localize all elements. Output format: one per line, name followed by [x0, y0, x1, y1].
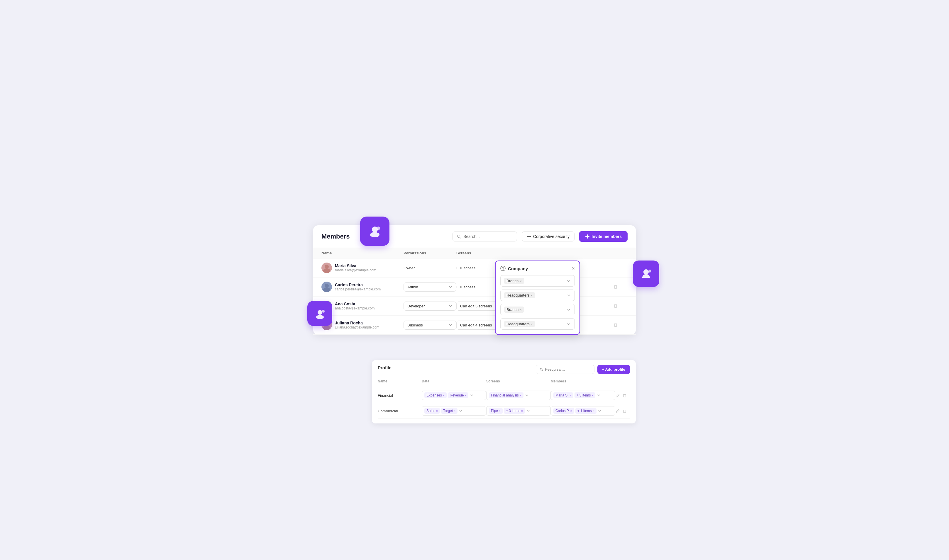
app-icon-top — [360, 217, 389, 246]
chevron-down-icon — [566, 322, 571, 326]
search-icon — [540, 368, 543, 372]
branch-tag-1: Branch × — [504, 278, 524, 284]
profile-col-screens: Screens — [486, 379, 551, 383]
branch-tag-2: Branch × — [504, 306, 524, 313]
edit-button[interactable] — [615, 408, 620, 414]
svg-rect-22 — [614, 305, 617, 308]
edit-button[interactable] — [615, 393, 620, 398]
svg-point-34 — [501, 266, 505, 271]
tag-plus-3-items: + 3 items × — [574, 392, 596, 398]
profile-col-members: Members — [551, 379, 615, 383]
user-email: carlos.pereira@example.com — [335, 287, 381, 291]
profile-search-input[interactable] — [545, 367, 590, 372]
user-name: Maria Silva — [335, 263, 376, 268]
svg-line-31 — [542, 370, 543, 371]
col-actions — [613, 251, 628, 255]
chevron-down-icon — [459, 409, 463, 413]
svg-point-4 — [318, 310, 322, 315]
tag-plus-1-items: + 1 items × — [576, 408, 597, 414]
plus-icon — [527, 234, 531, 239]
tag-maria-s: Maria S. × — [553, 392, 573, 398]
col-name: Name — [321, 251, 404, 255]
profile-section-title: Profile — [378, 365, 392, 370]
profile-row-financial: Financial Expenses × Revenue × Financial… — [378, 388, 630, 403]
tag-expenses: Expenses × — [424, 392, 447, 398]
company-icon — [500, 266, 506, 271]
profile-col-name: Name — [378, 379, 422, 383]
branch-1-close[interactable]: × — [520, 279, 522, 283]
svg-point-15 — [325, 284, 329, 288]
table-row: Carlos Pereira carlos.pereira@example.co… — [313, 277, 636, 297]
search-box[interactable] — [452, 231, 517, 242]
chevron-down-icon — [526, 409, 530, 413]
tag-revenue: Revenue × — [448, 392, 469, 398]
svg-point-16 — [323, 288, 330, 292]
company-item-branch-1[interactable]: Branch × — [500, 275, 575, 286]
company-item-hq-1[interactable]: Headquarters × — [500, 289, 575, 301]
company-item-hq-2[interactable]: Headquarters × — [500, 318, 575, 330]
user-info: Juliana Rocha juliana.rocha@example.com — [321, 320, 404, 330]
app-icon-bottom — [307, 301, 332, 326]
delete-button[interactable] — [613, 303, 628, 309]
user-info: Carlos Pereira carlos.pereira@example.co… — [321, 282, 404, 292]
profile-row-name: Financial — [378, 393, 422, 398]
profile-search-box[interactable] — [536, 365, 594, 374]
chevron-down-icon — [598, 409, 602, 413]
chevron-down-icon — [566, 279, 571, 283]
add-profile-button[interactable]: + Add profile — [597, 365, 630, 374]
chevron-down-icon — [566, 293, 571, 298]
tag-plus-3-screen-items: + 3 items × — [504, 408, 525, 414]
svg-point-13 — [325, 265, 329, 269]
svg-point-2 — [377, 226, 380, 230]
col-screens: Screens — [456, 251, 613, 255]
user-email: maria.silva@example.com — [335, 268, 376, 272]
permission-select[interactable]: Developer — [404, 302, 456, 311]
tag-pipe: Pipe × — [489, 408, 503, 414]
delete-button[interactable] — [613, 284, 628, 290]
svg-point-1 — [370, 232, 380, 237]
search-input[interactable] — [463, 234, 512, 239]
user-name: Ana Costa — [335, 302, 375, 306]
svg-point-6 — [322, 310, 325, 313]
company-item-branch-2[interactable]: Branch × — [500, 304, 575, 315]
table-row: Juliana Rocha juliana.rocha@example.com … — [313, 315, 636, 335]
svg-point-3 — [648, 269, 651, 272]
chevron-down-icon — [448, 285, 452, 289]
chevron-down-icon — [448, 323, 452, 327]
branch-2-close[interactable]: × — [520, 308, 522, 311]
delete-button[interactable] — [613, 322, 628, 328]
permission-select[interactable]: Business — [404, 321, 456, 330]
delete-button[interactable] — [622, 393, 627, 398]
page-title: Members — [321, 233, 350, 240]
tag-target: Target × — [441, 408, 457, 414]
tag-carlos-p: Carlos P. × — [553, 408, 574, 414]
svg-rect-17 — [614, 286, 617, 288]
tag-sales: Sales × — [424, 408, 440, 414]
hq-2-close[interactable]: × — [531, 322, 532, 326]
tag-financial-analysis: Financial analysis × — [489, 392, 523, 398]
delete-button[interactable] — [622, 408, 627, 414]
profile-row-name: Commercial — [378, 409, 422, 413]
chevron-down-icon — [448, 304, 452, 308]
profile-col-data: Data — [422, 379, 486, 383]
svg-line-8 — [460, 237, 461, 238]
plus-icon-white — [585, 234, 590, 239]
chevron-down-icon — [566, 308, 571, 312]
hq-tag-1: Headquarters × — [504, 292, 535, 298]
profile-table-header: Name Data Screens Members — [378, 377, 630, 385]
table-header: Name Permissions Screens — [313, 248, 636, 258]
chevron-down-icon — [525, 393, 529, 397]
col-permissions: Permissions — [404, 251, 456, 255]
hq-tag-2: Headquarters × — [504, 321, 535, 327]
svg-point-14 — [323, 268, 330, 273]
hq-1-close[interactable]: × — [531, 294, 532, 297]
invite-members-button[interactable]: Invite members — [579, 231, 628, 242]
corp-security-button[interactable]: Corporative security — [522, 231, 575, 242]
close-dropdown-button[interactable]: × — [572, 266, 575, 271]
user-name: Juliana Rocha — [335, 321, 380, 325]
svg-rect-33 — [623, 410, 626, 412]
permission-select[interactable]: Admin — [404, 283, 456, 292]
user-email: juliana.rocha@example.com — [335, 325, 380, 329]
avatar — [321, 282, 332, 292]
company-dropdown-header: Company × — [500, 266, 575, 271]
